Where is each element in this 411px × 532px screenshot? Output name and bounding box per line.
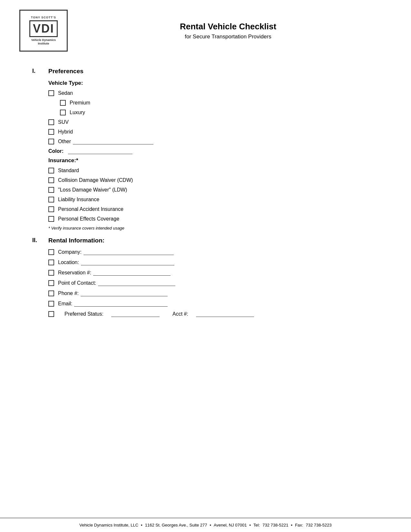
checkbox-sedan-label: Sedan	[58, 90, 73, 96]
email-field[interactable]	[74, 301, 168, 307]
vehicle-type-label: Vehicle Type:	[48, 80, 385, 86]
footer-fax: 732 738-5223	[306, 523, 331, 527]
checkbox-suv: SUV	[48, 119, 385, 125]
footer-dot2: ▪	[210, 523, 211, 527]
reservation-field[interactable]	[93, 270, 171, 276]
section2-number: II.	[32, 237, 42, 244]
checkbox-personal-effects-box[interactable]	[48, 216, 54, 222]
rental-email-row: Email:	[48, 301, 385, 307]
checkbox-personal-accident-box[interactable]	[48, 206, 54, 212]
checkbox-reservation[interactable]	[48, 270, 54, 276]
footer-fax-label: Fax:	[295, 523, 303, 527]
page: TONY SCOTT'S VDI Vehicle DynamicsInstitu…	[0, 0, 411, 532]
checkbox-suv-label: SUV	[58, 119, 69, 125]
logo-bottom-text: Vehicle DynamicsInstitute	[31, 38, 56, 45]
checkbox-other-label: Other	[58, 139, 71, 144]
footer-dot3: ▪	[249, 523, 251, 527]
checkbox-cdw-label: Collision Damage Waiver (CDW)	[58, 177, 133, 183]
phone-label: Phone #:	[58, 291, 79, 296]
rental-phone-row: Phone #:	[48, 291, 385, 296]
footer-tel: 732 738-5221	[262, 523, 288, 527]
section2-title: Rental Information:	[48, 237, 104, 244]
logo-box: TONY SCOTT'S VDI Vehicle DynamicsInstitu…	[19, 10, 68, 52]
checkbox-liability-box[interactable]	[48, 197, 54, 202]
footer-tel-label: Tel:	[253, 523, 260, 527]
insurance-label: Insurance:*	[48, 157, 385, 164]
company-label: Company:	[58, 249, 82, 255]
content: I. Preferences Vehicle Type: Sedan Premi…	[0, 58, 411, 518]
checkbox-personal-accident: Personal Accident Insurance	[48, 206, 385, 212]
checkbox-other: Other	[48, 139, 385, 144]
rental-reservation-row: Reservation #:	[48, 270, 385, 276]
insurance-note: * Verify insurance covers intended usage	[48, 226, 385, 231]
acct-label: Acct #:	[172, 311, 188, 317]
checkbox-poc[interactable]	[48, 280, 54, 286]
section2-body: Company: Location: Reservation #:	[48, 249, 385, 317]
footer-address: 1162 St. Georges Ave., Suite 277	[145, 523, 207, 527]
footer: Vehicle Dynamics Institute, LLC ▪ 1162 S…	[0, 518, 411, 532]
section-rental-info: II. Rental Information: Company: Locatio…	[32, 237, 385, 317]
checkbox-sedan: Sedan	[48, 90, 385, 96]
section-preferences: I. Preferences Vehicle Type: Sedan Premi…	[32, 68, 385, 231]
poc-label: Point of Contact:	[58, 280, 96, 286]
acct-field[interactable]	[196, 311, 254, 317]
preferred-field[interactable]	[111, 311, 160, 317]
checkbox-standard-label: Standard	[58, 168, 79, 173]
color-row: Color:	[48, 148, 385, 154]
checkbox-luxury-label: Luxury	[70, 110, 85, 115]
section1-header: I. Preferences	[32, 68, 385, 75]
checkbox-cdw-box[interactable]	[48, 177, 54, 183]
checkbox-premium-box[interactable]	[60, 100, 66, 106]
checkbox-location[interactable]	[48, 260, 54, 265]
checkbox-ldw-label: "Loss Damage Waiver" (LDW)	[58, 187, 127, 193]
logo-area: TONY SCOTT'S VDI Vehicle DynamicsInstitu…	[19, 10, 71, 52]
location-label: Location:	[58, 260, 79, 265]
checkbox-email[interactable]	[48, 301, 54, 307]
checkbox-personal-accident-label: Personal Accident Insurance	[58, 206, 123, 212]
logo-top-text: TONY SCOTT'S	[31, 16, 56, 19]
checkbox-hybrid-label: Hybrid	[58, 129, 73, 135]
section2-header: II. Rental Information:	[32, 237, 385, 244]
checkbox-phone[interactable]	[48, 291, 54, 296]
poc-field[interactable]	[98, 280, 175, 286]
email-label: Email:	[58, 301, 72, 307]
phone-field[interactable]	[81, 291, 168, 296]
footer-city: Avenel, NJ 07001	[214, 523, 247, 527]
other-line	[73, 139, 153, 144]
checkbox-standard: Standard	[48, 168, 385, 173]
checkbox-luxury-box[interactable]	[60, 110, 66, 115]
main-title: Rental Vehicle Checklist	[71, 22, 385, 32]
checkbox-hybrid-box[interactable]	[48, 129, 54, 135]
color-field[interactable]	[68, 148, 132, 154]
checkbox-sedan-box[interactable]	[48, 90, 54, 96]
checkbox-liability: Liability Insurance	[48, 197, 385, 202]
checkbox-company[interactable]	[48, 249, 54, 255]
checkbox-other-box[interactable]	[48, 139, 54, 144]
footer-dot4: ▪	[291, 523, 293, 527]
company-field[interactable]	[83, 249, 174, 255]
checkbox-preferred[interactable]	[48, 311, 54, 317]
reservation-label: Reservation #:	[58, 270, 91, 276]
checkbox-standard-box[interactable]	[48, 168, 54, 173]
footer-content: Vehicle Dynamics Institute, LLC ▪ 1162 S…	[19, 523, 392, 527]
footer-dot1: ▪	[141, 523, 142, 527]
checkbox-hybrid: Hybrid	[48, 129, 385, 135]
checkbox-suv-box[interactable]	[48, 119, 54, 125]
section1-title: Preferences	[48, 68, 83, 75]
logo-vdi: VDI	[29, 20, 58, 37]
footer-company: Vehicle Dynamics Institute, LLC	[79, 523, 138, 527]
location-field[interactable]	[81, 260, 174, 265]
color-label: Color:	[48, 148, 64, 154]
checkbox-premium: Premium	[60, 100, 385, 106]
checkbox-premium-label: Premium	[70, 100, 90, 106]
checkbox-ldw-box[interactable]	[48, 187, 54, 193]
rental-poc-row: Point of Contact:	[48, 280, 385, 286]
title-area: Rental Vehicle Checklist for Secure Tran…	[71, 22, 385, 40]
rental-location-row: Location:	[48, 260, 385, 265]
sub-title: for Secure Transportation Providers	[71, 34, 385, 40]
checkbox-personal-effects-label: Personal Effects Coverage	[58, 216, 119, 222]
section1-body: Vehicle Type: Sedan Premium Luxury	[48, 80, 385, 231]
checkbox-luxury: Luxury	[60, 110, 385, 115]
checkbox-personal-effects: Personal Effects Coverage	[48, 216, 385, 222]
section1-number: I.	[32, 68, 42, 74]
